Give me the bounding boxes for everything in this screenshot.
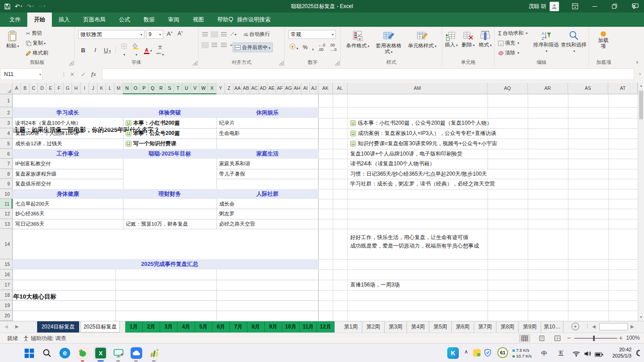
insert-function-icon[interactable]: fx xyxy=(91,68,96,80)
row-header-19[interactable]: 19 xyxy=(0,300,13,311)
row-header-15[interactable]: 15 xyxy=(0,259,13,269)
zoom-level[interactable]: 100% xyxy=(626,335,640,341)
percent-button[interactable]: % xyxy=(303,44,308,51)
table-cell[interactable] xyxy=(126,199,215,209)
table-cell[interactable]: 必经之路天空营 xyxy=(219,219,317,229)
column-header-H[interactable]: H xyxy=(72,83,80,94)
increase-decimal-button[interactable]: ←.0.00 xyxy=(318,43,325,52)
sheet-tab-第5周[interactable]: 第5周 xyxy=(429,321,452,333)
account-name[interactable]: 茂聪 胡 xyxy=(529,3,546,10)
wechat-app-icon[interactable] xyxy=(76,346,89,360)
comment-icon[interactable] xyxy=(632,3,639,11)
panel-item-text[interactable]: 练本事：小红书200篇，公众号200篇（复盘100个人物） xyxy=(350,118,493,128)
accessibility-status[interactable]: 辅助功能: 调查 xyxy=(23,335,66,342)
sheet-tab-4月[interactable]: 4月 xyxy=(178,321,195,333)
column-header-I[interactable]: I xyxy=(80,83,89,94)
sheet-tab-第1周[interactable]: 第1周 xyxy=(340,321,362,333)
column-header-V[interactable]: V xyxy=(191,83,199,94)
tray-k-app-icon[interactable]: K xyxy=(447,347,459,359)
table-cell[interactable]: 七点早起200天 xyxy=(15,199,121,209)
table-cell[interactable] xyxy=(126,209,215,219)
underline-button[interactable]: U xyxy=(103,47,111,54)
tray-hidden-icons-chevron[interactable]: ∧ xyxy=(464,349,468,355)
undo-dropdown-icon[interactable]: ▾ xyxy=(21,4,22,8)
edge-browser-icon[interactable]: e xyxy=(58,346,72,360)
table-cell[interactable]: 本事：小红书200篇 xyxy=(126,118,215,128)
fill-color-button[interactable] xyxy=(132,43,140,57)
align-left-icon[interactable] xyxy=(202,43,208,47)
undo-button[interactable]: ↶▾ xyxy=(15,3,22,10)
column-header-AJ[interactable]: AJ xyxy=(310,83,318,94)
addins-button[interactable]: 加载项 xyxy=(596,29,610,49)
align-center-icon[interactable] xyxy=(212,43,217,47)
redo-dropdown-icon[interactable]: ▾ xyxy=(32,4,34,8)
panel-item-text[interactable]: 习惯：日记365天/抄心经365天/七点早起200天/散步100天 xyxy=(350,169,488,179)
column-header-J[interactable]: J xyxy=(89,83,97,94)
menu-tab-文件[interactable]: 文件 xyxy=(3,13,27,27)
panel-item-text[interactable]: 复盘100讲+个人品牌100讲，电子版和印刷验货 xyxy=(350,149,464,159)
menu-tab-公式[interactable]: 公式 xyxy=(112,13,137,27)
table-cell[interactable]: 带儿子暑假 xyxy=(219,169,317,179)
column-header-AC[interactable]: AC xyxy=(250,83,259,94)
column-header-AF[interactable]: AF xyxy=(276,83,284,94)
cell-styles-button[interactable]: 单元格样式 xyxy=(406,28,438,49)
column-header-F[interactable]: F xyxy=(55,83,64,94)
sheet-tab-第8周[interactable]: 第8周 xyxy=(496,321,519,333)
section-header[interactable]: 身体健康 xyxy=(57,189,79,199)
bold-button[interactable]: B xyxy=(79,47,87,54)
row-header-6[interactable]: 6 xyxy=(0,149,13,159)
format-as-table-button[interactable]: 套用表格格式 xyxy=(375,28,402,55)
section-header[interactable]: 理财财务 xyxy=(159,189,181,199)
row-header-4[interactable]: 4 xyxy=(0,128,13,139)
row-header-5[interactable]: 5 xyxy=(0,139,13,149)
conditional-formatting-button[interactable]: ≠ 条件格式 xyxy=(343,28,372,49)
start-button[interactable] xyxy=(22,346,36,360)
menu-tab-插入[interactable]: 插入 xyxy=(52,13,76,27)
sheet-tab-9月[interactable]: 9月 xyxy=(265,321,282,333)
column-header-E[interactable]: E xyxy=(47,83,55,94)
align-top-icon[interactable] xyxy=(202,32,208,37)
format-cells-button[interactable]: 格式 xyxy=(477,28,493,48)
row-header-14[interactable]: 14 xyxy=(0,229,13,259)
table-cell[interactable] xyxy=(219,179,317,189)
redo-button[interactable]: ↷▾ xyxy=(26,3,34,10)
row-header-11[interactable]: 11 xyxy=(0,199,13,209)
sheet-tab-第9周[interactable]: 第9周 xyxy=(519,321,541,333)
table-cell[interactable]: 写一个知识付费课 xyxy=(126,139,215,149)
column-header-Z[interactable]: Z xyxy=(225,83,233,94)
column-header-O[interactable]: O xyxy=(131,83,140,94)
row-header-7[interactable]: 7 xyxy=(0,159,13,169)
borders-button[interactable] xyxy=(120,43,128,57)
font-size-select[interactable]: 9▾ xyxy=(146,30,163,39)
vertical-scrollbar-thumb[interactable] xyxy=(639,91,643,119)
scroll-up-icon[interactable]: ▲ xyxy=(639,84,643,87)
column-header-AH[interactable]: AH xyxy=(293,83,301,94)
minimize-button[interactable]: ─ xyxy=(585,0,605,13)
table-cell[interactable]: 家庭关系和谐 xyxy=(219,159,317,169)
save-button[interactable] xyxy=(4,4,10,9)
sheet-tab-11月[interactable]: 11月 xyxy=(300,321,317,333)
zoom-slider-track[interactable] xyxy=(574,338,617,339)
zoom-slider-thumb[interactable] xyxy=(593,336,595,341)
section-header[interactable]: 人际社群 xyxy=(256,189,279,199)
table-cell[interactable]: 成长会 xyxy=(219,199,317,209)
column-header-N[interactable]: N xyxy=(123,83,131,94)
section-header[interactable]: 工作事业 xyxy=(57,149,79,159)
confirm-entry-icon[interactable]: ✓ xyxy=(81,68,86,80)
decrease-font-button[interactable]: A˅ xyxy=(178,30,183,37)
font-name-select[interactable]: 微软雅黑▾ xyxy=(78,30,144,39)
column-header-M[interactable]: M xyxy=(114,83,123,94)
row-header-17[interactable]: 17 xyxy=(0,280,13,290)
sheet-tab-第7周[interactable]: 第7周 xyxy=(474,321,496,333)
alignment-dialog-launcher[interactable] xyxy=(279,61,284,65)
name-box[interactable]: N11 ▾ xyxy=(0,68,42,80)
column-header-AI[interactable]: AI xyxy=(301,83,310,94)
column-header-K[interactable]: K xyxy=(97,83,106,94)
table-cell[interactable]: 生命电影 xyxy=(219,128,317,139)
sheet-tab-12月[interactable]: 12月 xyxy=(317,321,335,333)
tray-yellow-app-icon[interactable] xyxy=(473,349,481,357)
sheet-tab-8月[interactable]: 8月 xyxy=(247,321,265,333)
customize-qat-button[interactable]: ⋯▾ xyxy=(38,4,46,8)
number-dialog-launcher[interactable] xyxy=(335,61,339,65)
column-header-AQ[interactable]: AQ xyxy=(487,83,528,94)
